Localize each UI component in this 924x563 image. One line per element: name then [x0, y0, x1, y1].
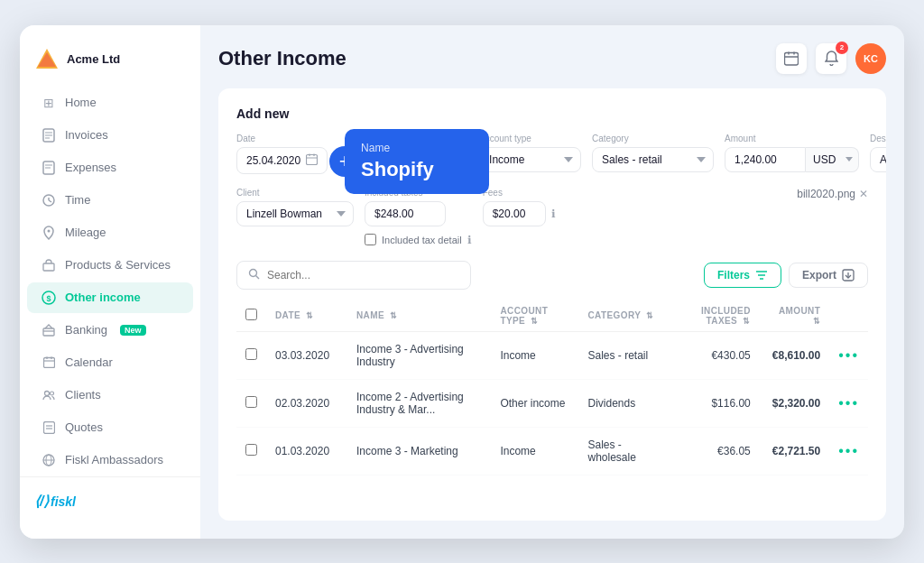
- notification-bell[interactable]: 2: [816, 43, 846, 74]
- search-box: [236, 261, 471, 290]
- file-tag: bill2020.png ✕: [797, 188, 868, 200]
- fees-label: Fees: [483, 188, 556, 198]
- description-label: Description: [870, 134, 886, 143]
- mileage-icon: [42, 226, 56, 240]
- fees-input[interactable]: [483, 201, 546, 226]
- sort-date-icon[interactable]: ⇅: [306, 311, 313, 320]
- sidebar-item-mileage[interactable]: Mileage: [27, 217, 193, 248]
- export-icon: [842, 269, 855, 282]
- form-row-2: Client Linzell Bowman Included taxes Inc…: [236, 188, 868, 246]
- category-group: Category Sales - retail Dividends Sales …: [592, 134, 714, 172]
- sort-amount-icon[interactable]: ⇅: [813, 317, 820, 326]
- cell-date-2: 01.03.2020: [266, 427, 347, 475]
- account-type-select[interactable]: Income Other income: [479, 147, 581, 172]
- tax-detail-checkbox[interactable]: [365, 234, 376, 245]
- home-icon: ⊞: [42, 96, 56, 110]
- invoices-icon: [42, 128, 56, 143]
- cell-taxes-1: $116.00: [667, 379, 760, 427]
- avatar[interactable]: KC: [855, 43, 886, 74]
- cell-amount-2: €2,721.50: [760, 427, 829, 475]
- client-label: Client: [236, 188, 354, 198]
- add-new-title: Add new: [236, 106, 868, 121]
- time-icon: [42, 193, 56, 208]
- file-name: bill2020.png: [797, 188, 855, 200]
- export-btn[interactable]: Export: [789, 263, 868, 288]
- tooltip-label: Name: [361, 142, 473, 154]
- table-row: 01.03.2020 Income 3 - Marketing Income S…: [236, 427, 868, 475]
- col-header-actions: [829, 300, 868, 332]
- row-actions-0[interactable]: •••: [838, 347, 859, 363]
- add-record-btn[interactable]: +: [329, 146, 360, 177]
- calendar-btn[interactable]: [776, 43, 807, 74]
- date-value: 25.04.2020: [246, 154, 300, 167]
- sort-category-icon[interactable]: ⇅: [646, 311, 653, 320]
- file-group: bill2020.png ✕: [797, 188, 868, 200]
- select-all-checkbox[interactable]: [245, 309, 257, 320]
- sidebar-item-other-income[interactable]: $ Other income: [27, 282, 193, 313]
- cell-taxes-0: €430.05: [667, 331, 760, 379]
- tooltip-value: Shopify: [361, 158, 473, 181]
- row-checkbox-0[interactable]: [245, 348, 257, 360]
- search-input[interactable]: [267, 269, 459, 282]
- category-select[interactable]: Sales - retail Dividends Sales - wholesa…: [592, 147, 714, 172]
- sidebar-item-time[interactable]: Time: [27, 185, 193, 216]
- banking-new-badge: New: [120, 325, 146, 336]
- sidebar-item-home[interactable]: ⊞ Home: [27, 88, 193, 118]
- brand-name: Acme Ltd: [67, 52, 120, 66]
- date-label: Date: [236, 134, 328, 143]
- row-checkbox-2[interactable]: [245, 444, 257, 456]
- sidebar-item-invoices[interactable]: Invoices: [27, 120, 193, 151]
- sidebar-item-quotes[interactable]: Quotes: [27, 412, 193, 443]
- row-actions-1[interactable]: •••: [838, 395, 859, 411]
- fees-info-icon[interactable]: ℹ: [551, 208, 556, 220]
- description-group: Description: [870, 134, 886, 172]
- client-group: Client Linzell Bowman: [236, 188, 354, 226]
- client-select[interactable]: Linzell Bowman: [236, 201, 354, 226]
- file-remove-btn[interactable]: ✕: [859, 188, 868, 200]
- cell-account-2: Income: [491, 427, 578, 475]
- page-title: Other Income: [218, 47, 346, 70]
- sidebar-item-products-services[interactable]: Products & Services: [27, 250, 193, 281]
- amount-input[interactable]: [725, 147, 806, 172]
- ambassadors-icon: [42, 453, 56, 467]
- sort-taxes-icon[interactable]: ⇅: [743, 317, 750, 326]
- sidebar-item-expenses[interactable]: Expenses: [27, 152, 193, 183]
- calendar-input-icon: [306, 153, 318, 168]
- sidebar-item-calendar[interactable]: Calendar: [27, 347, 193, 378]
- top-bar: Other Income 2 KC: [218, 43, 886, 74]
- products-icon: [42, 258, 56, 272]
- svg-text:fiskl: fiskl: [51, 494, 77, 509]
- quotes-icon: [42, 420, 56, 435]
- sidebar-item-label: Products & Services: [65, 258, 171, 272]
- svg-point-12: [48, 229, 51, 232]
- tax-info-icon[interactable]: ℹ: [467, 234, 472, 246]
- sidebar-item-fiskl-ambassadors[interactable]: Fiskl Ambassadors: [27, 445, 193, 475]
- sidebar-item-clients[interactable]: Clients: [27, 380, 193, 411]
- search-icon: [248, 268, 260, 282]
- svg-line-41: [256, 275, 260, 279]
- brand-logo-icon: [34, 47, 60, 72]
- sort-name-icon[interactable]: ⇅: [390, 311, 397, 320]
- cell-taxes-2: €36.05: [667, 427, 760, 475]
- cell-category-0: Sales - retail: [578, 331, 667, 379]
- row-checkbox-1[interactable]: [245, 396, 257, 408]
- filters-label: Filters: [717, 269, 750, 282]
- sort-account-icon[interactable]: ⇅: [531, 317, 538, 326]
- currency-select[interactable]: USD EUR: [806, 147, 859, 172]
- cell-account-1: Other income: [491, 379, 578, 427]
- sidebar-item-label: Quotes: [65, 420, 103, 434]
- row-actions-2[interactable]: •••: [838, 443, 859, 458]
- col-header-amount: AMOUNT ⇅: [760, 300, 829, 332]
- description-input[interactable]: [870, 147, 886, 172]
- filters-btn[interactable]: Filters: [704, 263, 781, 288]
- svg-rect-32: [785, 52, 799, 65]
- date-input[interactable]: 25.04.2020: [236, 147, 328, 174]
- svg-text:⟨/⟩: ⟨/⟩: [34, 494, 50, 509]
- notification-count: 2: [836, 42, 848, 54]
- taxes-input[interactable]: [365, 201, 446, 226]
- sidebar-item-banking[interactable]: Banking New: [27, 315, 193, 346]
- filter-group: Filters Export: [704, 263, 868, 288]
- export-label: Export: [802, 269, 836, 282]
- sidebar-item-label: Mileage: [65, 226, 106, 239]
- svg-point-23: [51, 392, 54, 395]
